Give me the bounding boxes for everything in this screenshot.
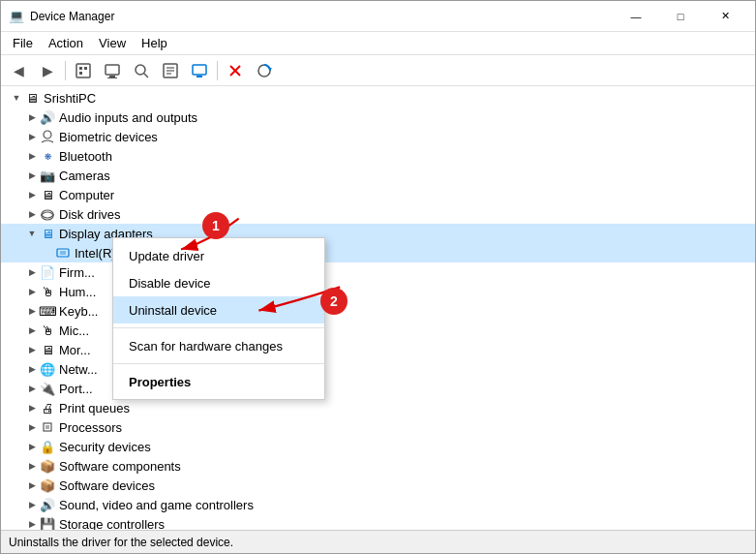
device-manager-window: 💻 Device Manager — □ ✕ File Action View …: [0, 0, 756, 554]
expand-mice[interactable]: ▶: [24, 323, 40, 338]
tree-security[interactable]: ▶ 🔒 Security devices: [1, 437, 755, 456]
processors-icon: [40, 419, 55, 435]
expand-bluetooth[interactable]: ▶: [24, 148, 40, 164]
tree-audio[interactable]: ▶ 🔊 Audio inputs and outputs: [1, 108, 755, 127]
expand-security[interactable]: ▶: [24, 439, 40, 454]
disk-icon: [40, 206, 55, 222]
bluetooth-icon: ⎈: [40, 148, 55, 164]
tree-processors[interactable]: ▶ Processors: [1, 417, 755, 437]
cameras-label: Cameras: [59, 169, 110, 183]
expand-network[interactable]: ▶: [24, 361, 40, 377]
toolbar-separator-2: [217, 61, 218, 80]
back-button[interactable]: ◀: [5, 58, 32, 83]
monitors-label: Mor...: [59, 343, 91, 357]
expand-hid[interactable]: ▶: [24, 284, 40, 299]
biometric-label: Biometric devices: [59, 130, 158, 144]
svg-rect-0: [76, 64, 90, 77]
audio-label: Audio inputs and outputs: [59, 110, 197, 125]
svg-rect-4: [106, 65, 119, 75]
toolbar-btn-5[interactable]: [186, 58, 213, 83]
window-title: Device Manager: [30, 10, 114, 23]
expand-softdev[interactable]: ▶: [24, 477, 40, 493]
tree-cameras[interactable]: ▶ 📷 Cameras: [1, 166, 755, 185]
expand-firmware[interactable]: ▶: [24, 264, 40, 280]
tree-computer[interactable]: ▶ 🖥 Computer: [1, 185, 755, 204]
svg-rect-25: [60, 251, 66, 255]
expand-root[interactable]: ▼: [9, 90, 24, 106]
tree-disk[interactable]: ▶ Disk drives: [1, 204, 755, 224]
toolbar-btn-1[interactable]: [70, 58, 97, 83]
bluetooth-label: Bluetooth: [59, 149, 112, 164]
mice-icon: 🖱: [40, 323, 55, 338]
firmware-label: Firm...: [59, 265, 95, 280]
menu-view[interactable]: View: [91, 32, 134, 55]
tree-softdev[interactable]: ▶ 📦 Software devices: [1, 476, 755, 495]
svg-rect-2: [84, 67, 87, 70]
expand-audio[interactable]: ▶: [24, 109, 40, 125]
toolbar-separator-1: [65, 61, 66, 80]
expand-softcomp[interactable]: ▶: [24, 458, 40, 474]
expand-monitors[interactable]: ▶: [24, 342, 40, 357]
ctx-uninstall-device[interactable]: Uninstall device: [113, 296, 324, 323]
expand-sound[interactable]: ▶: [24, 497, 40, 512]
tree-storage[interactable]: ▶ 💾 Storage controllers: [1, 514, 755, 530]
tree-root[interactable]: ▼ 🖥 SrishtiPC: [1, 88, 755, 108]
softcomp-label: Software components: [59, 459, 181, 474]
expand-processors[interactable]: ▶: [24, 419, 40, 435]
expand-display[interactable]: ▼: [24, 226, 40, 241]
tree-biometric[interactable]: ▶ Biometric devices: [1, 127, 755, 146]
context-menu: Update driver Disable device Uninstall d…: [112, 237, 325, 400]
keyboard-icon: ⌨: [40, 303, 55, 319]
ctx-sep-2: [113, 363, 324, 364]
ports-label: Port...: [59, 382, 93, 396]
svg-point-7: [136, 65, 145, 75]
content-area: ▼ 🖥 SrishtiPC ▶ 🔊 Audio inputs and outpu…: [1, 86, 755, 530]
expand-storage[interactable]: ▶: [24, 516, 40, 530]
ctx-properties[interactable]: Properties: [113, 368, 324, 395]
tree-sound[interactable]: ▶ 🔊 Sound, video and game controllers: [1, 495, 755, 514]
toolbar-btn-3[interactable]: [128, 58, 155, 83]
minimize-button[interactable]: —: [614, 1, 658, 32]
menu-action[interactable]: Action: [41, 32, 91, 55]
disk-label: Disk drives: [59, 207, 121, 222]
expand-cameras[interactable]: ▶: [24, 168, 40, 183]
svg-rect-1: [79, 67, 82, 70]
ctx-scan-hardware[interactable]: Scan for hardware changes: [113, 332, 324, 359]
toolbar-btn-4[interactable]: [157, 58, 184, 83]
tree-bluetooth[interactable]: ▶ ⎈ Bluetooth: [1, 146, 755, 166]
toolbar-btn-2[interactable]: [99, 58, 126, 83]
hid-label: Hum...: [59, 285, 96, 299]
maximize-button[interactable]: □: [658, 1, 703, 32]
expand-print[interactable]: ▶: [24, 400, 40, 416]
softcomp-icon: 📦: [40, 458, 55, 474]
close-button[interactable]: ✕: [703, 1, 747, 32]
root-icon: 🖥: [24, 90, 40, 106]
print-label: Print queues: [59, 401, 130, 416]
expand-computer[interactable]: ▶: [24, 187, 40, 202]
forward-button[interactable]: ▶: [34, 58, 61, 83]
svg-rect-14: [197, 76, 202, 77]
keyboard-label: Keyb...: [59, 304, 98, 319]
expand-ports[interactable]: ▶: [24, 381, 40, 396]
menu-file[interactable]: File: [5, 32, 41, 55]
title-bar-controls: — □ ✕: [614, 1, 747, 32]
svg-point-23: [42, 212, 53, 220]
menu-bar: File Action View Help: [1, 32, 755, 55]
expand-biometric[interactable]: ▶: [24, 129, 40, 144]
network-icon: 🌐: [40, 361, 55, 377]
tree-print[interactable]: ▶ 🖨 Print queues: [1, 398, 755, 417]
tree-softcomp[interactable]: ▶ 📦 Software components: [1, 456, 755, 476]
processors-label: Processors: [59, 420, 122, 435]
expand-gpu[interactable]: [40, 245, 55, 261]
app-icon: 💻: [9, 9, 24, 24]
status-bar: Uninstalls the driver for the selected d…: [1, 530, 755, 553]
ctx-sep-1: [113, 327, 324, 328]
ctx-disable-device[interactable]: Disable device: [113, 269, 324, 296]
ctx-update-driver[interactable]: Update driver: [113, 242, 324, 269]
svg-rect-27: [45, 425, 49, 429]
toolbar-btn-remove[interactable]: [222, 58, 249, 83]
menu-help[interactable]: Help: [134, 32, 175, 55]
expand-disk[interactable]: ▶: [24, 206, 40, 222]
svg-point-19: [44, 131, 51, 138]
toolbar-btn-scan[interactable]: [251, 58, 278, 83]
